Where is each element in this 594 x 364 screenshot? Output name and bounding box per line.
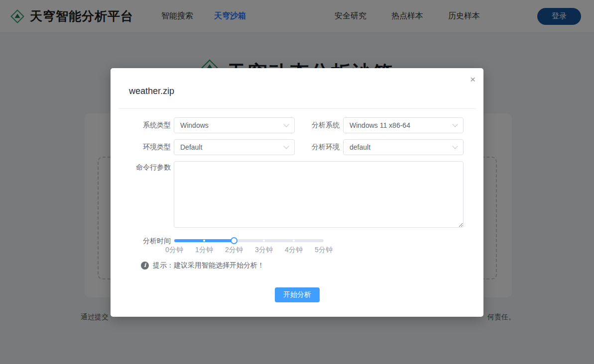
analysis-time-label: 分析时间 — [111, 237, 171, 246]
analysis-time-slider[interactable]: 0分钟 1分钟 2分钟 3分钟 4分钟 5分钟 — [174, 236, 324, 256]
env-type-select[interactable]: Default — [174, 139, 295, 155]
modal-title: weather.zip — [129, 86, 174, 96]
chevron-down-icon — [452, 143, 458, 149]
analysis-system-label: 分析系统 — [295, 121, 340, 130]
analysis-env-select[interactable]: default — [343, 139, 464, 155]
slider-stop — [293, 240, 295, 242]
analysis-system-value: Windows 11 x86-64 — [350, 121, 453, 129]
system-type-label: 系统类型 — [111, 121, 171, 130]
slider-handle[interactable] — [231, 237, 238, 244]
start-analysis-button[interactable]: 开始分析 — [275, 287, 320, 302]
env-type-label: 环境类型 — [111, 143, 171, 152]
slider-stop — [203, 240, 205, 242]
system-type-value: Windows — [180, 121, 284, 129]
tip-text: 提示：建议采用智能选择开始分析！ — [153, 261, 264, 270]
info-icon: i — [141, 262, 149, 270]
analysis-env-label: 分析环境 — [295, 143, 340, 152]
slider-mark-5[interactable]: 5分钟 — [315, 246, 333, 255]
slider-mark-3[interactable]: 3分钟 — [255, 246, 273, 255]
chevron-down-icon — [452, 121, 458, 127]
chevron-down-icon — [283, 143, 289, 149]
slider-mark-0[interactable]: 0分钟 — [165, 246, 183, 255]
cmdline-row: 命令行参数 — [111, 161, 464, 228]
analysis-system-select[interactable]: Windows 11 x86-64 — [343, 117, 464, 133]
modal-title-divider — [118, 108, 476, 109]
cmdline-textarea[interactable] — [174, 161, 464, 228]
slider-mark-2[interactable]: 2分钟 — [225, 246, 243, 255]
tip-row: i 提示：建议采用智能选择开始分析！ — [141, 261, 264, 270]
chevron-down-icon — [283, 121, 289, 127]
slider-stop — [263, 240, 265, 242]
close-icon[interactable]: × — [468, 74, 477, 85]
cmdline-label: 命令行参数 — [111, 161, 171, 172]
env-type-value: Default — [180, 143, 284, 151]
form-row-1: 系统类型 Windows 分析系统 Windows 11 x86-64 — [111, 117, 464, 133]
analysis-time-row: 分析时间 0分钟 1分钟 2分钟 3分钟 4分钟 5分钟 — [111, 237, 324, 256]
form-row-2: 环境类型 Default 分析环境 default — [111, 139, 464, 155]
analysis-env-value: default — [350, 143, 453, 151]
slider-mark-4[interactable]: 4分钟 — [285, 246, 303, 255]
slider-mark-1[interactable]: 1分钟 — [195, 246, 213, 255]
system-type-select[interactable]: Windows — [174, 117, 295, 133]
analysis-config-modal: × weather.zip 系统类型 Windows 分析系统 Windows … — [111, 68, 483, 317]
